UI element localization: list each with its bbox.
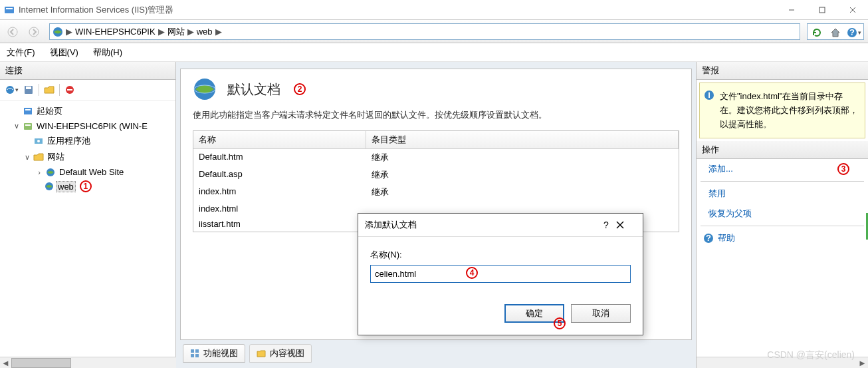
actions-pane: 警报 i 文件"index.html"在当前目录中存在。建议您将此文件移到列表顶… bbox=[697, 62, 868, 368]
app-icon bbox=[4, 5, 15, 15]
col-name-header[interactable]: 名称 bbox=[193, 131, 366, 148]
svg-text:?: ? bbox=[849, 27, 855, 37]
help-icon: ? bbox=[703, 233, 714, 244]
svg-rect-18 bbox=[24, 123, 32, 130]
navigation-bar: ▶ WIN-EHEPSHC6PIK ▶ 网站 ▶ web ▶ ?▾ bbox=[0, 20, 868, 43]
maximize-button[interactable] bbox=[807, 0, 837, 20]
svg-rect-29 bbox=[195, 354, 199, 357]
cancel-button[interactable]: 取消 bbox=[571, 304, 631, 323]
save-icon[interactable] bbox=[21, 83, 36, 97]
folder-icon bbox=[33, 152, 44, 162]
connections-pane: 连接 ▾ 起始页 ∨ WIN-EHEPSHC6PIK (WIN-E bbox=[0, 62, 176, 368]
tree-sites[interactable]: ∨ 网站 bbox=[1, 149, 174, 165]
folder-up-icon[interactable] bbox=[42, 83, 56, 97]
content-icon bbox=[257, 349, 266, 358]
collapse-icon[interactable]: ∨ bbox=[12, 122, 21, 130]
action-add[interactable]: 添加... 3 bbox=[697, 159, 868, 179]
dialog-title: 添加默认文档 bbox=[365, 219, 596, 231]
name-input[interactable] bbox=[370, 265, 631, 283]
svg-rect-28 bbox=[191, 354, 194, 357]
svg-rect-15 bbox=[67, 89, 72, 91]
window-titlebar: Internet Information Services (IIS)管理器 bbox=[0, 0, 868, 20]
table-row[interactable]: Default.htm继承 bbox=[193, 149, 679, 166]
add-default-document-dialog: 添加默认文档 ? 名称(N): 4 确定 5 取消 bbox=[358, 213, 643, 335]
server-icon bbox=[23, 121, 33, 132]
annotation-2: 2 bbox=[294, 83, 306, 95]
tree-server[interactable]: ∨ WIN-EHEPSHC6PIK (WIN-E bbox=[1, 119, 174, 133]
annotation-4: 4 bbox=[466, 267, 478, 279]
action-revert[interactable]: 恢复为父项 bbox=[697, 204, 868, 224]
svg-point-7 bbox=[29, 27, 39, 37]
annotation-3: 3 bbox=[837, 163, 849, 175]
svg-point-21 bbox=[37, 140, 40, 142]
alert-text: 文件"index.html"在当前目录中存在。建议您将此文件移到列表顶部，以提高… bbox=[720, 91, 858, 129]
back-button[interactable] bbox=[4, 23, 21, 41]
help-button[interactable]: ?▾ bbox=[845, 25, 863, 40]
col-type-header[interactable]: 条目类型 bbox=[366, 131, 679, 148]
globe-icon bbox=[44, 181, 54, 192]
svg-point-6 bbox=[8, 27, 17, 37]
nav-right-buttons: ?▾ bbox=[807, 23, 864, 40]
menu-bar: 文件(F) 视图(V) 帮助(H) bbox=[0, 43, 868, 62]
tab-content-view[interactable]: 内容视图 bbox=[249, 344, 312, 363]
globe-icon bbox=[53, 27, 63, 37]
alerts-header: 警报 bbox=[697, 62, 868, 80]
dialog-close-button[interactable] bbox=[616, 221, 636, 229]
breadcrumb-sites[interactable]: 网站 bbox=[167, 26, 185, 38]
svg-text:i: i bbox=[708, 90, 710, 100]
breadcrumb-root[interactable]: WIN-EHEPSHC6PIK bbox=[75, 27, 156, 37]
name-label: 名称(N): bbox=[370, 249, 631, 261]
expand-icon[interactable]: › bbox=[35, 168, 44, 176]
dialog-help-button[interactable]: ? bbox=[596, 220, 616, 230]
svg-rect-27 bbox=[195, 349, 199, 353]
refresh-button[interactable] bbox=[808, 25, 825, 40]
home-button[interactable] bbox=[827, 25, 844, 40]
view-tabs: 功能视图 内容视图 bbox=[180, 340, 692, 368]
svg-rect-1 bbox=[6, 8, 13, 9]
tab-features-view[interactable]: 功能视图 bbox=[183, 344, 245, 363]
collapse-icon[interactable]: ∨ bbox=[23, 153, 32, 162]
annotation-5: 5 bbox=[554, 317, 566, 329]
svg-rect-19 bbox=[25, 124, 31, 126]
svg-rect-3 bbox=[819, 7, 825, 13]
svg-text:?: ? bbox=[706, 233, 711, 243]
svg-rect-0 bbox=[5, 7, 14, 13]
info-icon: i bbox=[704, 90, 714, 100]
window-title: Internet Information Services (IIS)管理器 bbox=[19, 4, 776, 16]
stop-icon[interactable] bbox=[62, 83, 77, 97]
feature-description: 使用此功能指定当客户端未请求特定文件名时返回的默认文件。按优先级顺序设置默认文档… bbox=[193, 109, 679, 121]
connections-tree: 起始页 ∨ WIN-EHEPSHC6PIK (WIN-E 应用程序池 ∨ 网站 bbox=[0, 100, 175, 368]
tree-start-page[interactable]: 起始页 bbox=[1, 103, 174, 119]
connect-icon[interactable]: ▾ bbox=[4, 83, 19, 97]
home-icon bbox=[23, 106, 33, 116]
svg-rect-26 bbox=[191, 349, 194, 353]
tree-web-site[interactable]: web 1 bbox=[1, 179, 174, 194]
menu-help[interactable]: 帮助(H) bbox=[93, 47, 122, 59]
table-row[interactable]: index.htm继承 bbox=[193, 184, 679, 201]
breadcrumb[interactable]: ▶ WIN-EHEPSHC6PIK ▶ 网站 ▶ web ▶ bbox=[49, 23, 800, 40]
globe-icon bbox=[45, 167, 56, 178]
action-disable[interactable]: 禁用 bbox=[697, 184, 868, 204]
connections-toolbar: ▾ bbox=[0, 80, 175, 100]
apppool-icon bbox=[33, 136, 44, 146]
tree-app-pool[interactable]: 应用程序池 bbox=[1, 133, 174, 149]
close-button[interactable] bbox=[837, 0, 868, 20]
forward-button[interactable] bbox=[25, 23, 43, 41]
menu-view[interactable]: 视图(V) bbox=[50, 47, 78, 59]
features-icon bbox=[190, 349, 199, 358]
svg-rect-13 bbox=[26, 87, 31, 89]
connections-header: 连接 bbox=[0, 62, 175, 80]
minimize-button[interactable] bbox=[776, 0, 807, 20]
feature-title: 默认文档 bbox=[227, 81, 280, 98]
svg-rect-16 bbox=[24, 108, 32, 114]
menu-file[interactable]: 文件(F) bbox=[7, 47, 35, 59]
tree-default-site[interactable]: › Default Web Site bbox=[1, 165, 174, 179]
table-row[interactable]: Default.asp继承 bbox=[193, 166, 679, 184]
watermark: CSDN @言安(celien) bbox=[767, 349, 855, 361]
alert-box: i 文件"index.html"在当前目录中存在。建议您将此文件移到列表顶部，以… bbox=[699, 83, 865, 138]
actions-header: 操作 bbox=[697, 141, 868, 159]
action-help[interactable]: ? 帮助 bbox=[697, 228, 868, 248]
feature-icon bbox=[193, 77, 217, 101]
breadcrumb-web[interactable]: web bbox=[197, 27, 213, 37]
svg-rect-17 bbox=[25, 109, 31, 110]
